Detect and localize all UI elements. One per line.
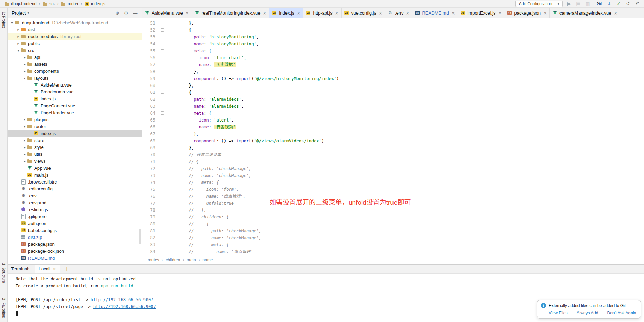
fold-icon[interactable] bbox=[161, 111, 164, 115]
close-icon[interactable]: × bbox=[185, 10, 189, 16]
line-number[interactable]: 84 bbox=[142, 248, 155, 255]
git-revert-icon[interactable]: ↶ bbox=[634, 1, 641, 6]
close-icon[interactable]: × bbox=[498, 10, 502, 16]
line-number[interactable]: 73 bbox=[142, 172, 155, 179]
close-icon[interactable]: × bbox=[543, 10, 547, 16]
build-icon[interactable]: ▤ bbox=[575, 1, 581, 6]
chevron-right-icon[interactable]: ▸ bbox=[22, 145, 27, 149]
run-icon[interactable]: ▶ bbox=[566, 1, 572, 6]
line-number[interactable]: 63 bbox=[142, 103, 155, 110]
code-editor[interactable]: 51 },52 {53 path: 'historyMonitoring',54… bbox=[142, 18, 644, 256]
tree-item[interactable]: ▸node_moduleslibrary root bbox=[8, 33, 142, 40]
close-icon[interactable]: × bbox=[614, 10, 618, 16]
breadcrumb-item[interactable]: routes bbox=[148, 258, 159, 262]
breadcrumb-item[interactable]: meta bbox=[187, 258, 196, 262]
tree-item[interactable]: Breadcrumb.vue bbox=[8, 88, 142, 95]
line-number[interactable]: 56 bbox=[142, 54, 155, 61]
chevron-right-icon[interactable]: ▸ bbox=[22, 138, 27, 142]
tree-item[interactable]: README.md bbox=[8, 254, 142, 261]
project-scrollbar[interactable] bbox=[139, 229, 141, 244]
chevron-down-icon[interactable]: ▾ bbox=[10, 21, 15, 25]
tree-item[interactable]: dist.zip bbox=[8, 234, 142, 241]
tree-item[interactable]: index.js bbox=[8, 95, 142, 102]
line-number[interactable]: 53 bbox=[142, 34, 155, 41]
editor-tab[interactable]: cameraManage\index.vue× bbox=[550, 8, 620, 18]
line-number[interactable]: 70 bbox=[142, 151, 155, 158]
line-number[interactable]: 68 bbox=[142, 137, 155, 144]
breadcrumb-item[interactable]: children bbox=[166, 258, 180, 262]
notification-action[interactable]: Always Add bbox=[576, 311, 598, 315]
chevron-right-icon[interactable]: ▸ bbox=[16, 28, 21, 32]
line-number[interactable]: 82 bbox=[142, 234, 155, 241]
tree-item[interactable]: .gitignore bbox=[8, 213, 142, 220]
editor-tab[interactable]: index.js× bbox=[269, 8, 303, 18]
tree-item[interactable]: ▸api bbox=[8, 54, 142, 61]
line-number[interactable]: 55 bbox=[142, 47, 155, 54]
notification-action[interactable]: View Files bbox=[549, 311, 567, 315]
tool-button-favorites[interactable]: 2: Favorites bbox=[2, 298, 6, 318]
line-number[interactable]: 58 bbox=[142, 68, 155, 75]
hide-panel-icon[interactable]: — bbox=[133, 10, 138, 16]
editor-tab[interactable]: realTimeMonitoring\index.vue× bbox=[192, 8, 270, 18]
breadcrumb-item[interactable]: name bbox=[203, 258, 213, 262]
git-history-icon[interactable]: ↺ bbox=[625, 1, 631, 6]
line-number[interactable]: 80 bbox=[142, 221, 155, 227]
chevron-right-icon[interactable]: ▸ bbox=[22, 55, 27, 59]
close-icon[interactable]: × bbox=[263, 10, 267, 16]
tree-item[interactable]: ▸views bbox=[8, 158, 142, 164]
line-number[interactable]: 66 bbox=[142, 124, 155, 131]
line-number[interactable]: 67 bbox=[142, 131, 155, 137]
settings-icon[interactable]: ⚙ bbox=[124, 10, 128, 16]
editor-tab[interactable]: AsideMenu.vue× bbox=[142, 8, 192, 18]
chevron-right-icon[interactable]: ▸ bbox=[22, 69, 27, 73]
chevron-down-icon[interactable]: ▾ bbox=[22, 125, 27, 128]
line-number[interactable]: 83 bbox=[142, 241, 155, 248]
breadcrumb-item[interactable]: duoji-frontend bbox=[3, 1, 37, 7]
new-terminal-tab-icon[interactable]: + bbox=[64, 266, 69, 272]
line-number[interactable]: 54 bbox=[142, 41, 155, 47]
line-number[interactable]: 74 bbox=[142, 179, 155, 186]
chevron-right-icon[interactable]: ▸ bbox=[22, 118, 27, 122]
close-icon[interactable]: × bbox=[297, 10, 301, 16]
tree-item[interactable]: ▸public bbox=[8, 40, 142, 47]
tree-item[interactable]: AsideMenu.vue bbox=[8, 81, 142, 88]
tree-item[interactable]: package-lock.json bbox=[8, 248, 142, 254]
tree-item[interactable]: .env bbox=[8, 192, 142, 199]
close-icon[interactable]: × bbox=[406, 10, 410, 16]
close-icon[interactable]: × bbox=[451, 10, 455, 16]
git-commit-icon[interactable]: ✓ bbox=[616, 1, 622, 6]
tree-item[interactable]: auth.json bbox=[8, 220, 142, 227]
tree-item[interactable]: PageContent.vue bbox=[8, 102, 142, 109]
chevron-right-icon[interactable]: ▸ bbox=[22, 62, 27, 66]
line-number[interactable]: 69 bbox=[142, 144, 155, 151]
tree-item[interactable]: PageHeader.vue bbox=[8, 109, 142, 116]
profiler-icon[interactable]: ▥ bbox=[584, 1, 591, 6]
tool-button-project[interactable]: 1: Project bbox=[2, 12, 6, 28]
chevron-right-icon[interactable]: ▸ bbox=[22, 159, 27, 163]
editor-tab[interactable]: .env× bbox=[385, 8, 412, 18]
tree-item[interactable]: package.json bbox=[8, 241, 142, 248]
line-number[interactable]: 62 bbox=[142, 96, 155, 103]
line-number[interactable]: 72 bbox=[142, 165, 155, 172]
notification-action[interactable]: Don't Ask Again bbox=[607, 311, 636, 315]
terminal-link[interactable]: http://192.168.66.56:9007 bbox=[91, 297, 153, 302]
add-configuration-button[interactable]: Add Configuration... ▾ bbox=[515, 1, 563, 7]
tree-item[interactable]: ▸store bbox=[8, 137, 142, 144]
tree-item[interactable]: index.js bbox=[8, 130, 142, 137]
chevron-right-icon[interactable]: ▸ bbox=[16, 42, 21, 45]
editor-tab[interactable]: package.json× bbox=[504, 8, 550, 18]
breadcrumb-item[interactable]: src bbox=[42, 1, 55, 7]
line-number[interactable]: 65 bbox=[142, 117, 155, 124]
tree-item[interactable]: ▾layouts bbox=[8, 74, 142, 81]
line-number[interactable]: 57 bbox=[142, 61, 155, 68]
tree-item[interactable]: ▾src bbox=[8, 47, 142, 54]
line-number[interactable]: 64 bbox=[142, 110, 155, 117]
git-update-icon[interactable]: ↓ bbox=[606, 1, 612, 6]
close-icon[interactable]: × bbox=[53, 266, 56, 271]
editor-tab[interactable]: README.md× bbox=[412, 8, 458, 18]
tree-item[interactable]: App.vue bbox=[8, 164, 142, 171]
tree-item[interactable]: ▾router bbox=[8, 123, 142, 130]
breadcrumb-item[interactable]: index.js bbox=[83, 1, 106, 7]
terminal-tab-local[interactable]: Local × bbox=[35, 265, 60, 273]
tree-item[interactable]: ▸style bbox=[8, 144, 142, 151]
